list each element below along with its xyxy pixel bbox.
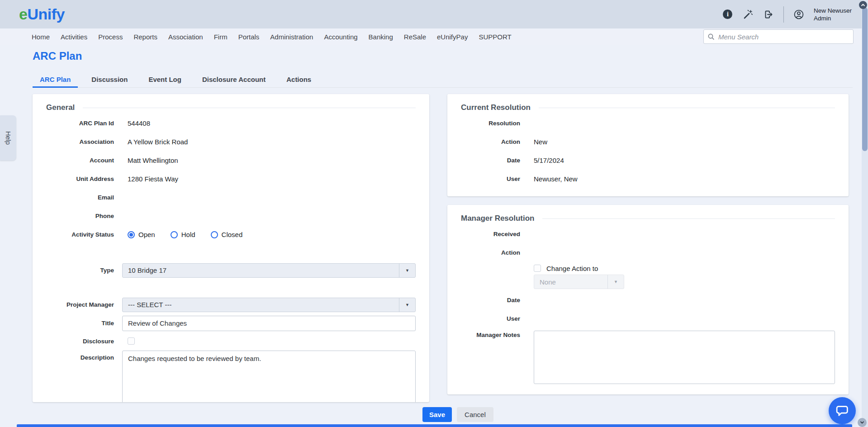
tab-bar: ARC Plan Discussion Event Log Disclosure… [33,72,853,88]
nav-item-banking[interactable]: Banking [369,33,393,41]
bottom-strip [17,424,852,427]
field-row-type: Type 10 Bridge 17 ▼ [46,261,416,280]
field-label: Disclosure [46,338,114,345]
menu-search [703,29,854,44]
section-title: Current Resolution [461,103,531,112]
change-action-row: Change Action to [461,262,835,275]
field-label: User [461,176,520,182]
field-row-manager-action: Action [461,243,835,262]
chevron-down-icon: ▼ [607,275,624,289]
help-tab[interactable]: Help [0,115,16,161]
app-header: eUnify i New Newuser Adm [0,0,868,28]
field-row-email: Email [46,188,416,207]
field-label: Date [461,157,520,164]
eunify-logo[interactable]: eUnify [19,5,65,23]
header-actions: i New Newuser Admin [722,0,852,28]
description-textarea[interactable]: Changes requested to be reviewed by team… [122,351,416,402]
radio-option-hold[interactable]: Hold [171,231,195,238]
nav-item-resale[interactable]: ReSale [404,33,426,41]
field-row-manager-user: User [461,309,835,328]
info-icon[interactable]: i [722,9,733,20]
user-name: New Newuser [814,7,852,14]
field-value: New [534,138,547,146]
project-manager-select[interactable]: --- SELECT --- ▼ [122,298,416,312]
scroll-down-button[interactable] [858,418,867,427]
field-label: ARC Plan Id [46,120,114,127]
field-label: Unit Address [46,176,114,182]
nav-item-reports[interactable]: Reports [133,33,157,41]
chevron-up-icon [860,2,866,8]
nav-item-accounting[interactable]: Accounting [324,33,357,41]
change-action-select-row: None ▼ [461,275,835,291]
tab-event-log[interactable]: Event Log [141,72,189,88]
change-action-label[interactable]: Change Action to [546,265,598,272]
tab-arc-plan[interactable]: ARC Plan [33,72,78,88]
field-label: Activity Status [46,231,114,238]
field-label: User [461,315,520,322]
nav-item-activities[interactable]: Activities [61,33,87,41]
chevron-down-icon: ▼ [399,298,415,312]
title-input[interactable] [122,316,416,331]
field-value: Newuser, New [534,175,578,183]
save-button[interactable]: Save [422,407,452,422]
manager-notes-textarea[interactable] [534,331,835,384]
field-label: Email [46,194,114,201]
chevron-down-icon [859,420,865,425]
field-row-resolution: Resolution [461,114,835,133]
field-label: Received [461,231,520,237]
header-divider [783,6,784,23]
field-row-phone: Phone [46,207,416,225]
tab-disclosure-account[interactable]: Disclosure Account [195,72,273,88]
field-value: Matt Whellington [128,157,178,164]
change-action-select[interactable]: None ▼ [534,275,624,289]
nav-item-portals[interactable]: Portals [238,33,260,41]
nav-item-firm[interactable]: Firm [214,33,228,41]
type-select[interactable]: 10 Bridge 17 ▼ [122,263,416,278]
magic-wand-icon[interactable] [743,9,754,20]
nav-item-association[interactable]: Association [168,33,203,41]
activity-status-radios: Open Hold Closed [128,231,242,238]
chat-button[interactable] [829,397,856,424]
logo-text-blue: Unify [27,5,65,23]
tab-actions[interactable]: Actions [279,72,318,88]
section-divider [539,108,835,108]
field-value: 544408 [128,119,150,127]
menu-search-input[interactable] [715,33,853,41]
section-divider [542,218,835,219]
scrollbar-thumb[interactable] [862,7,868,151]
nav-item-process[interactable]: Process [98,33,123,41]
sign-out-icon[interactable] [763,9,774,20]
field-row-activity-status: Activity Status Open Hold Closed [46,225,416,244]
field-row-manager-date: Date [461,291,835,309]
field-label: Action [461,249,520,256]
field-label: Association [46,138,114,145]
field-label: Resolution [461,120,520,127]
nav-item-eunifypay[interactable]: eUnifyPay [437,33,468,41]
nav-item-support[interactable]: SUPPORT [479,33,511,41]
user-menu[interactable]: New Newuser Admin [814,7,852,22]
radio-option-closed[interactable]: Closed [211,231,243,238]
section-divider [83,108,416,108]
search-icon [707,33,715,40]
tab-discussion[interactable]: Discussion [84,72,135,88]
radio-closed[interactable] [211,231,218,238]
nav-item-home[interactable]: Home [32,33,50,41]
change-action-checkbox[interactable] [534,265,541,272]
current-resolution-card: Current Resolution Resolution Action New… [447,94,849,196]
field-row-account: Account Matt Whellington [46,151,416,170]
field-value: 1280 Fiesta Way [128,175,178,183]
field-value: 5/17/2024 [534,157,564,164]
field-label: Title [46,320,114,327]
radio-hold[interactable] [171,231,178,238]
user-avatar-icon[interactable] [793,9,804,20]
field-row-date: Date 5/17/2024 [461,151,835,170]
field-row-description: Description Changes requested to be revi… [46,350,416,402]
radio-open[interactable] [128,231,135,238]
disclosure-checkbox[interactable] [128,337,135,345]
scroll-up-button[interactable] [859,1,867,9]
cancel-button[interactable]: Cancel [457,407,493,422]
nav-item-administration[interactable]: Administration [270,33,313,41]
field-label: Type [46,267,114,274]
field-row-unit-address: Unit Address 1280 Fiesta Way [46,170,416,188]
radio-option-open[interactable]: Open [128,231,155,238]
